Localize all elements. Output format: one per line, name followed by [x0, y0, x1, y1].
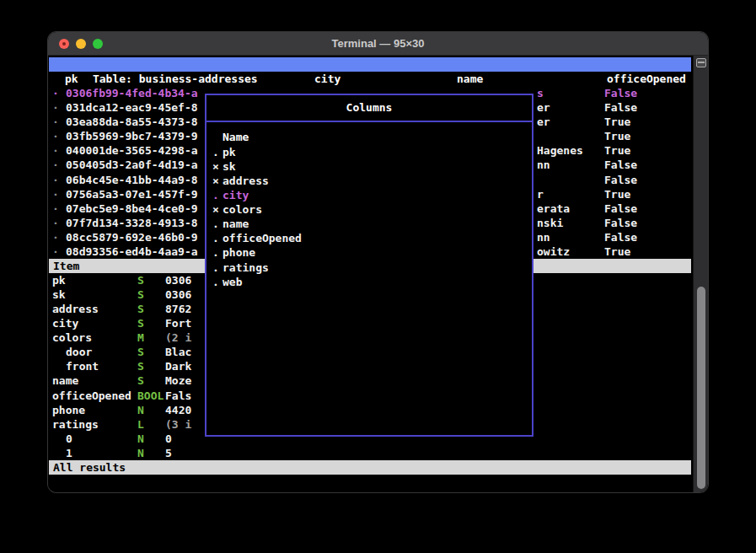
row-officeopened: False — [604, 158, 637, 172]
attribute-name: address — [52, 302, 99, 316]
row-pk: 031dca12-eac9-45ef-8 — [66, 100, 198, 115]
row-officeopened: True — [604, 244, 630, 259]
row-officeopened: False — [604, 173, 637, 187]
attribute-value: (2 i — [165, 330, 191, 345]
columns-list-header: Name — [223, 130, 249, 144]
visible-column-icon: . — [212, 217, 219, 231]
attribute-name: door — [66, 345, 92, 359]
row-name-partial: nski — [537, 216, 563, 230]
row-pk: 03ea88da-8a55-4373-8 — [66, 115, 198, 129]
row-name-partial: erata — [537, 201, 570, 216]
attribute-name: 1 — [66, 446, 72, 460]
column-item-label: officeOpened — [223, 231, 302, 245]
row-officeopened: False — [604, 230, 637, 244]
column-header-pk: pk — [65, 72, 78, 86]
row-name-partial: er — [537, 100, 550, 115]
columns-modal-title: Columns — [206, 100, 532, 115]
terminal-window: Terminal — 95×30 Table: business-address… — [48, 32, 708, 492]
columns-list-item[interactable]: .pk — [206, 145, 532, 159]
split-pane-icon[interactable] — [696, 58, 706, 67]
traffic-lights — [59, 39, 103, 49]
row-name-partial: er — [537, 115, 550, 129]
columns-list-item[interactable]: .city — [206, 188, 532, 202]
row-name-partial: s — [537, 86, 544, 100]
attribute-name: 0 — [66, 432, 72, 446]
column-item-label: web — [223, 275, 242, 289]
visible-column-icon: . — [212, 245, 219, 260]
row-bullet-icon: · — [52, 158, 59, 172]
columns-list-item[interactable]: ×sk — [206, 159, 532, 174]
attribute-type: N — [137, 403, 144, 417]
attribute-value: 0 — [165, 432, 172, 446]
attribute-name: front — [66, 359, 99, 373]
row-bullet-icon: · — [52, 216, 59, 230]
hidden-column-icon: × — [212, 159, 219, 174]
window-title: Terminal — 95×30 — [332, 37, 425, 50]
column-item-label: city — [223, 188, 249, 202]
columns-list-item[interactable]: .officeOpened — [206, 231, 532, 245]
visible-column-icon: . — [212, 275, 219, 289]
row-officeopened: True — [604, 143, 630, 158]
row-bullet-icon: · — [52, 244, 59, 259]
columns-list-item[interactable]: ×address — [206, 174, 532, 188]
row-bullet-icon: · — [52, 187, 59, 201]
row-name-partial: owitz — [537, 244, 570, 259]
attribute-value: 8762 — [165, 302, 191, 316]
fullscreen-button[interactable] — [93, 39, 103, 49]
attribute-name: ratings — [52, 417, 99, 432]
row-officeopened: False — [604, 86, 637, 100]
row-pk: 0306fb99-4fed-4b34-a — [66, 86, 198, 100]
row-pk: 040001de-3565-4298-a — [66, 143, 198, 158]
columns-list-item[interactable]: .ratings — [206, 260, 532, 275]
scrollbar[interactable] — [693, 56, 708, 492]
scrollbar-thumb[interactable] — [697, 287, 705, 489]
row-name-partial: r — [537, 187, 544, 201]
attribute-name: sk — [52, 287, 66, 302]
attribute-type: L — [137, 417, 144, 432]
row-pk: 07ebc5e9-8be4-4ce0-9 — [66, 201, 198, 216]
row-pk: 07f7d134-3328-4913-8 — [66, 216, 198, 230]
attribute-name: name — [52, 373, 78, 388]
window-titlebar[interactable]: Terminal — 95×30 — [48, 32, 708, 56]
item-attribute-row[interactable]: 1N5 — [48, 446, 691, 460]
attribute-name: phone — [52, 403, 85, 417]
attribute-name: pk — [52, 273, 66, 287]
row-name-partial: nn — [537, 230, 550, 244]
row-bullet-icon: · — [52, 100, 59, 115]
row-officeopened: True — [604, 115, 630, 129]
attribute-value: Dark — [165, 359, 191, 373]
visible-column-icon: . — [212, 188, 219, 202]
column-item-label: ratings — [223, 260, 269, 275]
row-pk: 08cc5879-692e-46b0-9 — [66, 230, 198, 244]
columns-list-item[interactable]: .name — [206, 217, 532, 231]
attribute-value: Fals — [165, 389, 191, 403]
columns-list-item[interactable]: ×colors — [206, 202, 532, 217]
terminal-content: Table: business-addresses pk city name o… — [48, 56, 708, 492]
row-officeopened: False — [604, 201, 637, 216]
row-pk: 050405d3-2a0f-4d19-a — [66, 158, 198, 172]
column-item-label: pk — [223, 145, 236, 159]
attribute-type: N — [137, 446, 144, 460]
attribute-value: Blac — [165, 345, 191, 359]
attribute-type: S — [137, 345, 144, 359]
row-bullet-icon: · — [52, 143, 59, 158]
attribute-value: (3 i — [165, 417, 191, 432]
row-pk: 08d93356-ed4b-4aa9-a — [66, 244, 198, 259]
row-bullet-icon: · — [52, 173, 59, 187]
attribute-name: city — [52, 316, 78, 330]
column-item-label: name — [223, 217, 249, 231]
row-officeopened: False — [604, 100, 637, 115]
attribute-value: 5 — [165, 446, 172, 460]
table-title-bar: Table: business-addresses — [49, 57, 691, 72]
attribute-type: M — [137, 330, 144, 345]
row-officeopened: True — [604, 129, 630, 143]
hidden-column-icon: × — [212, 174, 219, 188]
row-pk: 0756a5a3-07e1-457f-9 — [66, 187, 198, 201]
column-item-label: colors — [223, 202, 262, 217]
row-name-partial: nn — [537, 158, 550, 172]
minimize-button[interactable] — [76, 39, 86, 49]
attribute-type: N — [137, 432, 144, 446]
columns-list-item[interactable]: .web — [206, 275, 532, 289]
close-button[interactable] — [59, 39, 69, 49]
columns-list-item[interactable]: .phone — [206, 245, 532, 260]
